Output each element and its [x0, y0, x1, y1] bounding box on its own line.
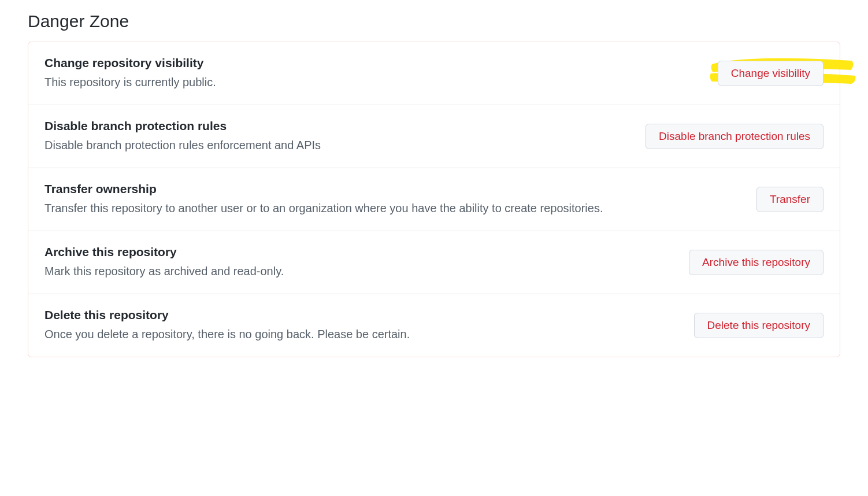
danger-item-title: Disable branch protection rules: [44, 119, 622, 133]
danger-zone-panel: Change repository visibility This reposi…: [28, 42, 840, 357]
danger-item-text: Delete this repository Once you delete a…: [44, 308, 671, 343]
danger-item-desc: Disable branch protection rules enforcem…: [44, 136, 622, 154]
danger-item-title: Transfer ownership: [44, 182, 733, 196]
danger-item-visibility: Change repository visibility This reposi…: [28, 42, 840, 105]
disable-branch-protection-button[interactable]: Disable branch protection rules: [646, 124, 824, 149]
transfer-button[interactable]: Transfer: [756, 187, 824, 212]
danger-zone-heading: Danger Zone: [28, 12, 840, 31]
danger-item-desc: This repository is currently public.: [44, 73, 695, 91]
archive-repository-button[interactable]: Archive this repository: [689, 250, 824, 275]
change-visibility-button[interactable]: Change visibility: [718, 61, 824, 86]
danger-item-archive: Archive this repository Mark this reposi…: [28, 231, 840, 294]
danger-item-text: Transfer ownership Transfer this reposit…: [44, 182, 733, 217]
danger-item-branch-protection: Disable branch protection rules Disable …: [28, 105, 840, 168]
danger-item-title: Archive this repository: [44, 245, 666, 259]
danger-item-transfer: Transfer ownership Transfer this reposit…: [28, 168, 840, 231]
danger-item-desc: Once you delete a repository, there is n…: [44, 325, 671, 343]
danger-item-title: Change repository visibility: [44, 56, 695, 70]
danger-item-text: Disable branch protection rules Disable …: [44, 119, 622, 154]
delete-repository-button[interactable]: Delete this repository: [694, 313, 824, 338]
danger-item-text: Change repository visibility This reposi…: [44, 56, 695, 91]
danger-item-desc: Transfer this repository to another user…: [44, 199, 733, 217]
danger-item-text: Archive this repository Mark this reposi…: [44, 245, 666, 280]
danger-item-desc: Mark this repository as archived and rea…: [44, 262, 666, 280]
danger-item-delete: Delete this repository Once you delete a…: [28, 294, 840, 357]
danger-item-title: Delete this repository: [44, 308, 671, 322]
